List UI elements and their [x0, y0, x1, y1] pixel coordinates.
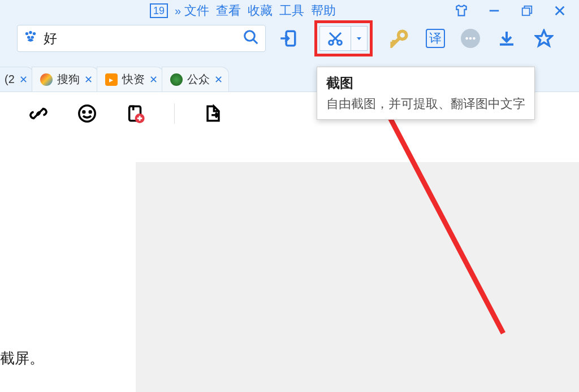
svg-line-11	[253, 40, 258, 44]
content-area: 截屏。	[0, 92, 579, 392]
more-dots-icon[interactable]	[461, 29, 480, 48]
menu-help[interactable]: 帮助	[311, 2, 336, 19]
menu-bar: 19 » 文件 查看 收藏 工具 帮助	[0, 0, 579, 21]
svg-point-10	[245, 31, 255, 41]
svg-point-20	[473, 37, 476, 40]
kuai-icon: ▸	[105, 73, 118, 86]
toolbar-row: 译	[0, 21, 579, 55]
menu-view[interactable]: 查看	[216, 2, 241, 19]
favorite-star-icon[interactable]	[533, 28, 555, 49]
menu-tools[interactable]: 工具	[279, 2, 304, 19]
svg-point-22	[83, 111, 85, 113]
tab-label: 快资	[122, 72, 145, 87]
svg-point-7	[33, 32, 36, 35]
add-file-icon[interactable]	[126, 103, 146, 124]
svg-point-21	[79, 106, 95, 121]
export-icon[interactable]	[203, 103, 223, 124]
svg-rect-2	[522, 8, 530, 15]
tab-0[interactable]: (2 ✕	[0, 67, 34, 92]
svg-point-6	[29, 31, 32, 34]
screenshot-button[interactable]	[319, 26, 368, 51]
skin-icon[interactable]	[453, 3, 469, 19]
search-icon[interactable]	[243, 29, 260, 48]
login-icon[interactable]	[277, 28, 299, 49]
sogou-icon	[40, 73, 53, 86]
minimize-icon[interactable]	[486, 3, 502, 19]
svg-point-23	[89, 111, 91, 113]
svg-point-19	[469, 37, 472, 40]
bottom-text: 截屏。	[0, 349, 44, 368]
menu-file[interactable]: 文件	[184, 2, 209, 19]
tab-close-icon[interactable]: ✕	[149, 73, 158, 86]
tooltip-title: 截图	[326, 74, 525, 92]
restore-icon[interactable]	[519, 3, 535, 19]
screenshot-tooltip: 截图 自由截图，并可提取、翻译图中文字	[317, 67, 535, 120]
tooltip-description: 自由截图，并可提取、翻译图中文字	[326, 95, 525, 112]
close-icon[interactable]	[552, 3, 568, 19]
scissors-icon[interactable]	[320, 27, 351, 50]
tab-1[interactable]: 搜狗 ✕	[32, 67, 99, 92]
tab-label: 公众	[187, 72, 210, 87]
tab-close-icon[interactable]: ✕	[19, 73, 28, 86]
date-badge: 19	[150, 3, 168, 18]
svg-point-8	[27, 36, 30, 38]
link-icon[interactable]	[28, 103, 49, 124]
baidu-icon	[23, 29, 38, 47]
wechat-icon	[170, 73, 183, 86]
translate-button[interactable]: 译	[426, 29, 445, 48]
tab-2[interactable]: ▸ 快资 ✕	[97, 67, 164, 92]
screenshot-highlight	[314, 20, 373, 56]
tab-close-icon[interactable]: ✕	[214, 73, 223, 86]
svg-point-17	[399, 31, 407, 39]
search-box[interactable]	[17, 25, 266, 52]
content-panel	[136, 162, 579, 392]
tab-3[interactable]: 公众 ✕	[162, 67, 229, 92]
screenshot-dropdown[interactable]	[351, 27, 367, 50]
key-icon[interactable]	[388, 28, 410, 49]
search-input[interactable]	[44, 31, 237, 46]
divider	[174, 103, 175, 124]
tab-label: (2	[5, 73, 15, 86]
tab-close-icon[interactable]: ✕	[84, 73, 93, 86]
svg-point-18	[465, 37, 468, 40]
svg-point-5	[25, 32, 28, 35]
menu-favorites[interactable]: 收藏	[248, 2, 273, 19]
download-icon[interactable]	[496, 28, 517, 49]
svg-point-9	[31, 36, 34, 38]
more-icon[interactable]: »	[175, 5, 178, 18]
tab-label: 搜狗	[57, 72, 80, 87]
smiley-icon[interactable]	[77, 103, 97, 124]
